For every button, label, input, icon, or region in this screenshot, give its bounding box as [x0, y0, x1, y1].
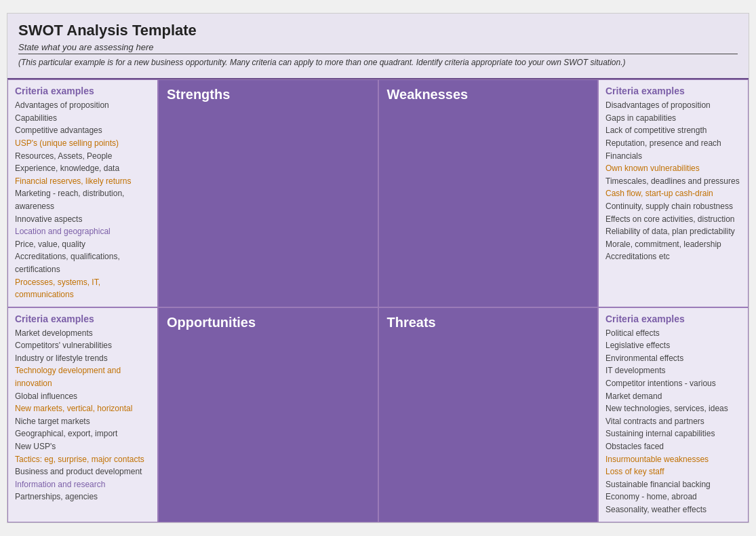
list-item: New markets, vertical, horizontal: [15, 402, 151, 415]
list-item: Competitors' vulnerabilities: [15, 339, 151, 352]
header-subtitle: State what you are assessing here: [18, 42, 738, 54]
list-item: Competitor intentions - various: [605, 377, 741, 390]
strengths-label: Strengths: [167, 87, 230, 102]
list-item: Industry or lifestyle trends: [15, 352, 151, 365]
list-item: Disadvantages of proposition: [605, 99, 741, 112]
strengths-cell: Strengths: [158, 79, 378, 307]
list-item: Reliability of data, plan predictability: [605, 225, 741, 238]
opportunities-label: Opportunities: [167, 315, 256, 330]
list-item: Continuity, supply chain robustness: [605, 200, 741, 213]
criteria-bottom-right-heading: Criteria examples: [605, 313, 741, 324]
list-item: USP's (unique selling points): [15, 137, 151, 150]
criteria-bottom-left: Criteria examples Market developmentsCom…: [7, 307, 158, 522]
threats-cell: Threats: [378, 307, 599, 522]
weaknesses-label: Weaknesses: [387, 87, 469, 102]
list-item: Financials: [605, 150, 741, 163]
list-item: Technology development and innovation: [15, 364, 151, 389]
list-item: Seasonality, weather effects: [605, 503, 741, 516]
list-item: Sustaining internal capabilities: [605, 427, 741, 440]
criteria-top-right-list: Disadvantages of propositionGaps in capa…: [605, 99, 741, 263]
list-item: Reputation, presence and reach: [605, 137, 741, 150]
criteria-top-left: Criteria examples Advantages of proposit…: [7, 79, 158, 307]
criteria-top-right: Criteria examples Disadvantages of propo…: [598, 79, 749, 307]
list-item: Morale, commitment, leadership: [605, 238, 741, 251]
list-item: Financial reserves, likely returns: [15, 175, 151, 188]
page-title: SWOT Analysis Template: [18, 22, 738, 39]
list-item: Tactics: eg, surprise, major contacts: [15, 453, 151, 466]
criteria-top-right-heading: Criteria examples: [605, 85, 741, 96]
list-item: Insurmountable weaknesses: [605, 453, 741, 466]
list-item: Competitive advantages: [15, 124, 151, 137]
list-item: Innovative aspects: [15, 213, 151, 226]
list-item: Location and geographical: [15, 225, 151, 238]
swot-grid: Criteria examples Advantages of proposit…: [7, 79, 749, 522]
list-item: Effects on core activities, distruction: [605, 213, 741, 226]
list-item: New technologies, services, ideas: [605, 402, 741, 415]
list-item: Environmental effects: [605, 352, 741, 365]
list-item: Cash flow, start-up cash-drain: [605, 187, 741, 200]
list-item: Loss of key staff: [605, 465, 741, 478]
list-item: Accreditations etc: [605, 250, 741, 263]
list-item: Advantages of proposition: [15, 99, 151, 112]
swot-page: SWOT Analysis Template State what you ar…: [7, 13, 749, 522]
list-item: Own known vulnerabilities: [605, 162, 741, 175]
opportunities-cell: Opportunities: [158, 307, 378, 522]
weaknesses-cell: Weaknesses: [378, 79, 599, 307]
list-item: Marketing - reach, distribution, awarene…: [15, 187, 151, 212]
list-item: Gaps in capabilities: [605, 112, 741, 125]
list-item: Market developments: [15, 327, 151, 340]
criteria-top-left-list: Advantages of propositionCapabilitiesCom…: [15, 99, 151, 301]
list-item: Legislative effects: [605, 339, 741, 352]
list-item: Global influences: [15, 390, 151, 403]
list-item: Market demand: [605, 390, 741, 403]
threats-label: Threats: [387, 315, 436, 330]
list-item: Political effects: [605, 327, 741, 340]
list-item: Timescales, deadlines and pressures: [605, 175, 741, 188]
list-item: New USP's: [15, 440, 151, 453]
list-item: Information and research: [15, 478, 151, 491]
list-item: Sustainable financial backing: [605, 478, 741, 491]
header-description: (This particular example is for a new bu…: [18, 57, 738, 69]
list-item: Business and product development: [15, 465, 151, 478]
list-item: Economy - home, abroad: [605, 491, 741, 503]
criteria-bottom-right-list: Political effectsLegislative effectsEnvi…: [605, 327, 741, 516]
list-item: Niche target markets: [15, 415, 151, 428]
list-item: Resources, Assets, People: [15, 150, 151, 163]
list-item: Obstacles faced: [605, 440, 741, 453]
list-item: IT developments: [605, 364, 741, 377]
list-item: Accreditations, qualifications, certific…: [15, 250, 151, 275]
criteria-bottom-left-heading: Criteria examples: [15, 313, 151, 324]
list-item: Partnerships, agencies: [15, 491, 151, 503]
criteria-top-left-heading: Criteria examples: [15, 85, 151, 96]
list-item: Geographical, export, import: [15, 427, 151, 440]
list-item: Vital contracts and partners: [605, 415, 741, 428]
list-item: Lack of competitive strength: [605, 124, 741, 137]
list-item: Capabilities: [15, 112, 151, 125]
list-item: Experience, knowledge, data: [15, 162, 151, 175]
criteria-bottom-right: Criteria examples Political effectsLegis…: [598, 307, 749, 522]
list-item: Price, value, quality: [15, 238, 151, 251]
list-item: Processes, systems, IT, communications: [15, 276, 151, 301]
criteria-bottom-left-list: Market developmentsCompetitors' vulnerab…: [15, 327, 151, 503]
header-section: SWOT Analysis Template State what you ar…: [7, 14, 749, 79]
